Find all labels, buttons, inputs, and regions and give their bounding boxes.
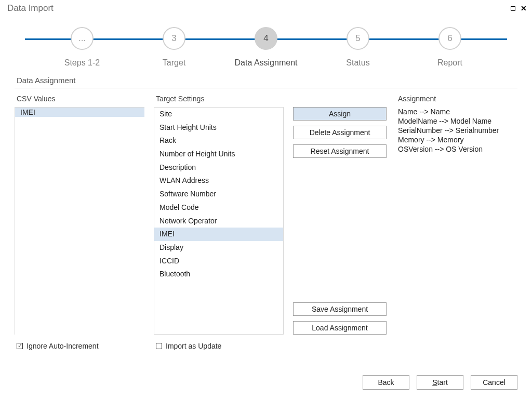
- close-icon[interactable]: ✕: [521, 5, 527, 12]
- list-item[interactable]: Description: [154, 161, 283, 175]
- checkbox-icon[interactable]: [156, 343, 162, 349]
- middle-actions-panel: Assign Delete Assignment Reset Assignmen…: [293, 95, 387, 335]
- step-label: Target: [163, 58, 185, 68]
- list-item[interactable]: Model Code: [154, 201, 283, 215]
- assignment-list[interactable]: Name --> NameModelName --> Model NameSer…: [396, 107, 517, 335]
- assign-button[interactable]: Assign: [293, 107, 387, 121]
- list-item[interactable]: Network Operator: [154, 215, 283, 228]
- list-item[interactable]: Bluetooth: [154, 268, 283, 281]
- load-assignment-button[interactable]: Load Assignment: [293, 321, 387, 335]
- cancel-button[interactable]: Cancel: [471, 375, 517, 390]
- reset-assignment-button[interactable]: Reset Assignment: [293, 144, 387, 158]
- list-item[interactable]: Start Height Units: [154, 121, 283, 135]
- section-divider: [15, 88, 517, 88]
- list-item[interactable]: IMEI: [15, 108, 144, 117]
- checkbox-icon[interactable]: [17, 343, 23, 349]
- list-item[interactable]: Software Number: [154, 188, 283, 201]
- list-item[interactable]: SerialNumber --> Serialnumber: [396, 126, 517, 135]
- list-item[interactable]: OSVersion --> OS Version: [396, 144, 517, 154]
- section-heading: Data Assignment: [17, 76, 517, 85]
- list-item[interactable]: Name --> Name: [396, 107, 517, 116]
- list-item[interactable]: Memory --> Memory: [396, 135, 517, 144]
- ignore-auto-increment-label: Ignore Auto-Increment: [26, 342, 99, 350]
- list-item[interactable]: Rack: [154, 134, 283, 148]
- list-item[interactable]: Number of Height Units: [154, 148, 283, 161]
- wizard-step-4[interactable]: 6Report: [419, 27, 481, 68]
- import-as-update-label: Import as Update: [166, 342, 221, 350]
- target-settings-list[interactable]: SiteStart Height UnitsRackNumber of Heig…: [154, 107, 284, 335]
- title-bar: Data Import ✕: [0, 0, 532, 14]
- wizard-step-1[interactable]: 3Target: [143, 27, 205, 68]
- wizard-stepper: ...Steps 1-23Target4Data Assignment5Stat…: [15, 27, 517, 58]
- wizard-step-0[interactable]: ...Steps 1-2: [51, 27, 113, 68]
- import-as-update-option[interactable]: Import as Update: [154, 342, 284, 350]
- wizard-step-3[interactable]: 5Status: [327, 27, 389, 68]
- target-settings-panel: Target Settings SiteStart Height UnitsRa…: [154, 95, 284, 350]
- list-item[interactable]: Site: [154, 108, 283, 121]
- ignore-auto-increment-option[interactable]: Ignore Auto-Increment: [15, 342, 144, 350]
- list-item[interactable]: IMEI: [154, 228, 283, 241]
- csv-values-panel: CSV Values IMEI Ignore Auto-Increment: [15, 95, 144, 350]
- csv-values-title: CSV Values: [15, 95, 144, 103]
- assignment-columns: CSV Values IMEI Ignore Auto-Increment Ta…: [15, 95, 517, 350]
- step-circle: 5: [347, 27, 369, 50]
- list-item[interactable]: WLAN Address: [154, 174, 283, 188]
- wizard-step-2[interactable]: 4Data Assignment: [235, 27, 297, 68]
- save-assignment-button[interactable]: Save Assignment: [293, 302, 387, 316]
- back-button[interactable]: Back: [363, 375, 409, 390]
- step-label: Status: [346, 58, 369, 68]
- step-label: Steps 1-2: [64, 58, 100, 68]
- list-item[interactable]: Display: [154, 241, 283, 255]
- list-item[interactable]: ModelName --> Model Name: [396, 116, 517, 126]
- csv-values-list[interactable]: IMEI: [15, 107, 144, 335]
- step-label: Report: [437, 58, 462, 68]
- window-controls: ✕: [511, 5, 528, 12]
- step-circle: 6: [438, 27, 461, 50]
- step-circle: 4: [255, 27, 277, 50]
- step-label: Data Assignment: [235, 58, 298, 68]
- maximize-icon[interactable]: [511, 6, 515, 11]
- wizard-footer: Back Start Cancel: [363, 375, 517, 390]
- start-button[interactable]: Start: [417, 375, 463, 390]
- window-title: Data Import: [7, 3, 54, 14]
- middle-buttons: Assign Delete Assignment Reset Assignmen…: [293, 107, 387, 335]
- content-area: ...Steps 1-23Target4Data Assignment5Stat…: [0, 14, 532, 350]
- step-circle: ...: [71, 27, 94, 50]
- delete-assignment-button[interactable]: Delete Assignment: [293, 126, 387, 139]
- assignment-panel: Assignment Name --> NameModelName --> Mo…: [396, 95, 517, 335]
- list-item[interactable]: ICCID: [154, 255, 283, 268]
- step-circle: 3: [163, 27, 185, 50]
- dialog-data-import: Data Import ✕ ...Steps 1-23Target4Data A…: [0, 0, 532, 399]
- assignment-title: Assignment: [396, 95, 517, 103]
- target-settings-title: Target Settings: [154, 95, 284, 103]
